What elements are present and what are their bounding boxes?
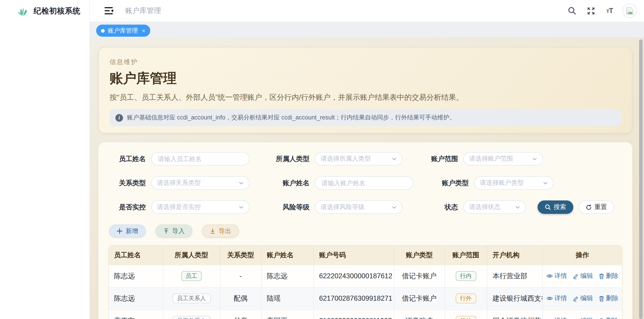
col-owner-type: 所属人类型 <box>163 246 220 265</box>
table-row: 陈志远 员工 - 陈志远 6222024300000187612 借记卡账户 行… <box>109 265 622 287</box>
main-content: 信息维护 账户库管理 按“员工、员工关系人、外部人员”统一管理账户，区分行内/行… <box>90 37 644 319</box>
filter-label-risk-level: 风险等级 <box>266 203 310 211</box>
chevron-down-icon <box>392 156 397 161</box>
owner-type-badge: 员工关系人 <box>172 316 210 319</box>
font-size-icon[interactable]: TT <box>605 6 614 16</box>
hero-subtitle: 按“员工、员工关系人、外部人员”统一管理账户，区分行内/行外账户，并展示账户结果… <box>110 93 621 103</box>
plant-logo-icon <box>16 4 30 18</box>
col-relation-type: 关系类型 <box>220 246 261 265</box>
filter-card: 员工姓名 所属人类型 请选择所属人类型 账户范围 <box>98 142 632 319</box>
menu-fold-icon[interactable] <box>105 7 114 15</box>
filter-label-employee-name: 员工姓名 <box>108 155 146 163</box>
top-header: 账户库管理 TT <box>90 0 644 22</box>
chevron-down-icon <box>515 205 520 210</box>
filter-label-status: 状态 <box>422 203 458 211</box>
info-icon: i <box>116 114 123 122</box>
detail-link[interactable]: 详情 <box>546 317 567 319</box>
hero-card: 信息维护 账户库管理 按“员工、员工关系人、外部人员”统一管理账户，区分行内/行… <box>98 47 632 133</box>
table-toolbar: 新增 导入 导出 <box>109 225 622 238</box>
detail-link[interactable]: 详情 <box>546 272 567 280</box>
account-scope-select[interactable]: 请选择账户范围 <box>463 152 543 166</box>
detail-link[interactable]: 详情 <box>546 294 567 302</box>
info-banner: i 账户基础信息对应 ccdi_account_info，交易分析结果对应 cc… <box>110 109 621 126</box>
search-icon[interactable] <box>567 6 577 16</box>
fullscreen-icon[interactable] <box>586 6 596 16</box>
filter-label-account-name: 账户姓名 <box>266 179 310 187</box>
edit-link[interactable]: 编辑 <box>573 294 593 302</box>
info-text: 账户基础信息对应 ccdi_account_info，交易分析结果对应 ccdi… <box>127 114 456 122</box>
filter-label-actual-control: 是否实控 <box>108 203 146 211</box>
col-employee-name: 员工姓名 <box>109 246 163 265</box>
chevron-down-icon <box>392 205 397 210</box>
owner-type-badge: 员工 <box>181 271 202 281</box>
tab-account-library[interactable]: 账户库管理 × <box>96 25 150 37</box>
employee-name-input[interactable] <box>151 152 250 166</box>
scope-badge: 行内 <box>456 271 476 281</box>
edit-link[interactable]: 编辑 <box>573 272 593 280</box>
actual-control-select[interactable]: 请选择是否实控 <box>151 200 250 214</box>
accounts-table: 员工姓名 所属人类型 关系类型 账户姓名 账户号码 账户类型 账户范围 开户机构… <box>108 245 622 319</box>
tab-bar: 账户库管理 × <box>90 22 644 37</box>
chevron-down-icon <box>239 205 244 210</box>
col-account-name: 账户姓名 <box>261 246 314 265</box>
filter-label-account-scope: 账户范围 <box>422 155 458 163</box>
edit-link[interactable]: 编辑 <box>573 317 593 319</box>
hero-title: 账户库管理 <box>110 69 621 88</box>
add-button[interactable]: 新增 <box>109 225 146 238</box>
app-window: 纪检初核系统 账户库管理 <box>0 0 644 319</box>
relation-type-select[interactable]: 请选择关系类型 <box>151 176 250 190</box>
filter-label-relation-type: 关系类型 <box>108 179 146 187</box>
status-select[interactable]: 请选择状态 <box>463 200 526 214</box>
account-name-input[interactable] <box>315 176 413 190</box>
app-title: 纪检初核系统 <box>34 6 80 16</box>
delete-link[interactable]: 删除 <box>599 317 618 319</box>
chevron-down-icon <box>543 181 548 185</box>
col-account-number: 账户号码 <box>314 246 394 265</box>
col-account-type: 账户类型 <box>394 246 444 265</box>
page-title: 账户库管理 <box>125 6 161 16</box>
search-button[interactable]: 搜索 <box>538 200 573 214</box>
col-bank: 开户机构 <box>487 246 542 265</box>
account-type-select[interactable]: 请选择账户类型 <box>474 176 554 190</box>
scope-badge: 行外 <box>456 293 476 303</box>
risk-level-select[interactable]: 请选择风险等级 <box>315 200 402 214</box>
sidebar: 纪检初核系统 <box>0 0 90 319</box>
owner-type-select[interactable]: 请选择所属人类型 <box>315 152 402 166</box>
table-row: 陈志远 员工关系人 配偶 陆瑶 6217002876309918271 借记卡账… <box>109 287 622 309</box>
col-actions: 操作 <box>542 246 622 265</box>
delete-link[interactable]: 删除 <box>599 272 618 280</box>
reset-button[interactable]: 重置 <box>579 200 614 214</box>
avatar[interactable] <box>622 4 637 18</box>
col-account-scope: 账户范围 <box>444 246 487 265</box>
filter-label-owner-type: 所属人类型 <box>266 155 310 163</box>
table-row: 高嘉宁 员工关系人 父亲 高国平 3100038899226611007 证券账… <box>109 309 622 319</box>
filter-label-account-type: 账户类型 <box>433 179 469 187</box>
chevron-down-icon <box>239 181 244 185</box>
scope-badge: 行外 <box>456 316 476 319</box>
import-button[interactable]: 导入 <box>156 225 192 238</box>
delete-link[interactable]: 删除 <box>599 294 618 302</box>
tab-close-icon[interactable]: × <box>142 27 145 34</box>
hero-eyebrow: 信息维护 <box>110 58 621 66</box>
export-button[interactable]: 导出 <box>202 225 239 238</box>
table-header-row: 员工姓名 所属人类型 关系类型 账户姓名 账户号码 账户类型 账户范围 开户机构… <box>109 246 622 265</box>
active-dot-icon <box>101 29 105 33</box>
chevron-down-icon <box>532 156 537 161</box>
vertical-scrollbar[interactable] <box>639 39 643 319</box>
owner-type-badge: 员工关系人 <box>172 293 210 303</box>
app-logo: 纪检初核系统 <box>0 0 90 22</box>
